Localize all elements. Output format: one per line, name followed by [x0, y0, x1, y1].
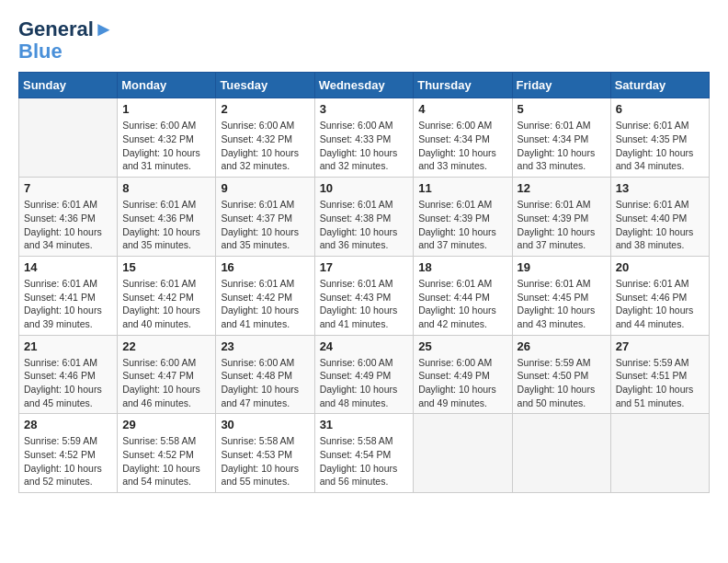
- calendar-cell: 19Sunrise: 6:01 AM Sunset: 4:45 PM Dayli…: [512, 256, 610, 335]
- calendar-cell: [414, 414, 512, 493]
- day-number: 15: [122, 260, 210, 274]
- calendar-cell: 23Sunrise: 6:00 AM Sunset: 4:48 PM Dayli…: [216, 335, 314, 414]
- day-info: Sunrise: 5:59 AM Sunset: 4:52 PM Dayligh…: [24, 434, 112, 488]
- day-number: 12: [518, 181, 606, 195]
- day-number: 19: [518, 260, 606, 274]
- day-number: 10: [320, 181, 409, 195]
- day-info: Sunrise: 6:01 AM Sunset: 4:41 PM Dayligh…: [24, 277, 112, 331]
- day-info: Sunrise: 6:00 AM Sunset: 4:47 PM Dayligh…: [122, 356, 210, 410]
- day-info: Sunrise: 6:01 AM Sunset: 4:35 PM Dayligh…: [616, 119, 704, 173]
- weekday-header-sunday: Sunday: [19, 73, 118, 98]
- logo-text: General►: [18, 18, 114, 40]
- calendar-cell: 27Sunrise: 5:59 AM Sunset: 4:51 PM Dayli…: [610, 335, 709, 414]
- day-number: 18: [418, 260, 506, 274]
- day-number: 22: [122, 339, 210, 353]
- weekday-header-monday: Monday: [118, 73, 216, 98]
- day-number: 7: [24, 181, 112, 195]
- day-number: 24: [320, 339, 409, 353]
- day-number: 26: [518, 339, 606, 353]
- day-info: Sunrise: 5:58 AM Sunset: 4:52 PM Dayligh…: [122, 434, 210, 488]
- day-number: 29: [122, 418, 210, 431]
- day-info: Sunrise: 6:00 AM Sunset: 4:32 PM Dayligh…: [221, 119, 309, 173]
- calendar-cell: 20Sunrise: 6:01 AM Sunset: 4:46 PM Dayli…: [610, 256, 709, 335]
- calendar-cell: 15Sunrise: 6:01 AM Sunset: 4:42 PM Dayli…: [118, 256, 216, 335]
- calendar-cell: 13Sunrise: 6:01 AM Sunset: 4:40 PM Dayli…: [610, 178, 709, 257]
- logo: General► Blue: [18, 18, 114, 63]
- day-info: Sunrise: 6:00 AM Sunset: 4:32 PM Dayligh…: [122, 119, 210, 173]
- day-number: 21: [24, 339, 112, 353]
- header: General► Blue: [18, 18, 710, 63]
- day-info: Sunrise: 6:01 AM Sunset: 4:39 PM Dayligh…: [518, 198, 606, 252]
- calendar-week-5: 28Sunrise: 5:59 AM Sunset: 4:52 PM Dayli…: [19, 414, 710, 493]
- calendar-cell: 4Sunrise: 6:00 AM Sunset: 4:34 PM Daylig…: [414, 98, 512, 178]
- calendar-cell: 3Sunrise: 6:00 AM Sunset: 4:33 PM Daylig…: [314, 98, 414, 178]
- calendar-cell: 7Sunrise: 6:01 AM Sunset: 4:36 PM Daylig…: [19, 178, 118, 257]
- calendar-cell: 25Sunrise: 6:00 AM Sunset: 4:49 PM Dayli…: [414, 335, 512, 414]
- calendar-cell: [610, 414, 709, 493]
- logo-blue: Blue: [18, 40, 114, 63]
- day-info: Sunrise: 6:00 AM Sunset: 4:49 PM Dayligh…: [418, 356, 506, 410]
- calendar-cell: 5Sunrise: 6:01 AM Sunset: 4:34 PM Daylig…: [512, 98, 610, 178]
- day-info: Sunrise: 6:01 AM Sunset: 4:43 PM Dayligh…: [320, 277, 409, 331]
- day-number: 17: [320, 260, 409, 274]
- day-number: 13: [616, 181, 704, 195]
- day-info: Sunrise: 6:00 AM Sunset: 4:49 PM Dayligh…: [320, 356, 409, 410]
- calendar-week-4: 21Sunrise: 6:01 AM Sunset: 4:46 PM Dayli…: [19, 335, 710, 414]
- calendar-week-1: 1Sunrise: 6:00 AM Sunset: 4:32 PM Daylig…: [19, 98, 710, 178]
- day-number: 6: [616, 102, 704, 116]
- day-info: Sunrise: 6:01 AM Sunset: 4:46 PM Dayligh…: [616, 277, 704, 331]
- weekday-header-wednesday: Wednesday: [314, 73, 414, 98]
- day-number: 31: [320, 418, 409, 431]
- day-number: 8: [122, 181, 210, 195]
- day-info: Sunrise: 6:01 AM Sunset: 4:45 PM Dayligh…: [518, 277, 606, 331]
- calendar-cell: 12Sunrise: 6:01 AM Sunset: 4:39 PM Dayli…: [512, 178, 610, 257]
- calendar-cell: 10Sunrise: 6:01 AM Sunset: 4:38 PM Dayli…: [314, 178, 414, 257]
- day-info: Sunrise: 6:00 AM Sunset: 4:33 PM Dayligh…: [320, 119, 409, 173]
- day-info: Sunrise: 6:01 AM Sunset: 4:36 PM Dayligh…: [122, 198, 210, 252]
- day-number: 11: [418, 181, 506, 195]
- calendar-table: SundayMondayTuesdayWednesdayThursdayFrid…: [18, 72, 710, 493]
- day-number: 1: [122, 102, 210, 116]
- day-number: 25: [418, 339, 506, 353]
- day-info: Sunrise: 6:01 AM Sunset: 4:37 PM Dayligh…: [221, 198, 309, 252]
- day-info: Sunrise: 6:00 AM Sunset: 4:34 PM Dayligh…: [418, 119, 506, 173]
- day-number: 5: [518, 102, 606, 116]
- calendar-cell: 28Sunrise: 5:59 AM Sunset: 4:52 PM Dayli…: [19, 414, 118, 493]
- day-info: Sunrise: 5:58 AM Sunset: 4:53 PM Dayligh…: [221, 434, 309, 488]
- calendar-cell: 21Sunrise: 6:01 AM Sunset: 4:46 PM Dayli…: [19, 335, 118, 414]
- day-info: Sunrise: 5:58 AM Sunset: 4:54 PM Dayligh…: [320, 434, 409, 488]
- weekday-header-tuesday: Tuesday: [216, 73, 314, 98]
- calendar-week-3: 14Sunrise: 6:01 AM Sunset: 4:41 PM Dayli…: [19, 256, 710, 335]
- day-info: Sunrise: 6:01 AM Sunset: 4:39 PM Dayligh…: [418, 198, 506, 252]
- day-info: Sunrise: 6:01 AM Sunset: 4:36 PM Dayligh…: [24, 198, 112, 252]
- weekday-header-row: SundayMondayTuesdayWednesdayThursdayFrid…: [19, 73, 710, 98]
- day-number: 30: [221, 418, 309, 431]
- day-number: 16: [221, 260, 309, 274]
- calendar-cell: [19, 98, 118, 178]
- day-number: 23: [221, 339, 309, 353]
- day-number: 2: [221, 102, 309, 116]
- calendar-cell: 6Sunrise: 6:01 AM Sunset: 4:35 PM Daylig…: [610, 98, 709, 178]
- calendar-cell: 31Sunrise: 5:58 AM Sunset: 4:54 PM Dayli…: [314, 414, 414, 493]
- day-info: Sunrise: 5:59 AM Sunset: 4:51 PM Dayligh…: [616, 356, 704, 410]
- day-number: 20: [616, 260, 704, 274]
- calendar-body: 1Sunrise: 6:00 AM Sunset: 4:32 PM Daylig…: [19, 98, 710, 493]
- calendar-cell: 22Sunrise: 6:00 AM Sunset: 4:47 PM Dayli…: [118, 335, 216, 414]
- calendar-cell: 24Sunrise: 6:00 AM Sunset: 4:49 PM Dayli…: [314, 335, 414, 414]
- calendar-cell: 2Sunrise: 6:00 AM Sunset: 4:32 PM Daylig…: [216, 98, 314, 178]
- calendar-cell: 16Sunrise: 6:01 AM Sunset: 4:42 PM Dayli…: [216, 256, 314, 335]
- calendar-cell: 18Sunrise: 6:01 AM Sunset: 4:44 PM Dayli…: [414, 256, 512, 335]
- calendar-cell: 11Sunrise: 6:01 AM Sunset: 4:39 PM Dayli…: [414, 178, 512, 257]
- day-info: Sunrise: 6:01 AM Sunset: 4:34 PM Dayligh…: [518, 119, 606, 173]
- day-info: Sunrise: 6:01 AM Sunset: 4:38 PM Dayligh…: [320, 198, 409, 252]
- calendar-cell: 26Sunrise: 5:59 AM Sunset: 4:50 PM Dayli…: [512, 335, 610, 414]
- weekday-header-friday: Friday: [512, 73, 610, 98]
- calendar-cell: 8Sunrise: 6:01 AM Sunset: 4:36 PM Daylig…: [118, 178, 216, 257]
- calendar-cell: 29Sunrise: 5:58 AM Sunset: 4:52 PM Dayli…: [118, 414, 216, 493]
- calendar-cell: 14Sunrise: 6:01 AM Sunset: 4:41 PM Dayli…: [19, 256, 118, 335]
- day-number: 27: [616, 339, 704, 353]
- day-info: Sunrise: 6:01 AM Sunset: 4:40 PM Dayligh…: [616, 198, 704, 252]
- calendar-cell: 9Sunrise: 6:01 AM Sunset: 4:37 PM Daylig…: [216, 178, 314, 257]
- day-info: Sunrise: 6:01 AM Sunset: 4:42 PM Dayligh…: [122, 277, 210, 331]
- calendar-cell: 30Sunrise: 5:58 AM Sunset: 4:53 PM Dayli…: [216, 414, 314, 493]
